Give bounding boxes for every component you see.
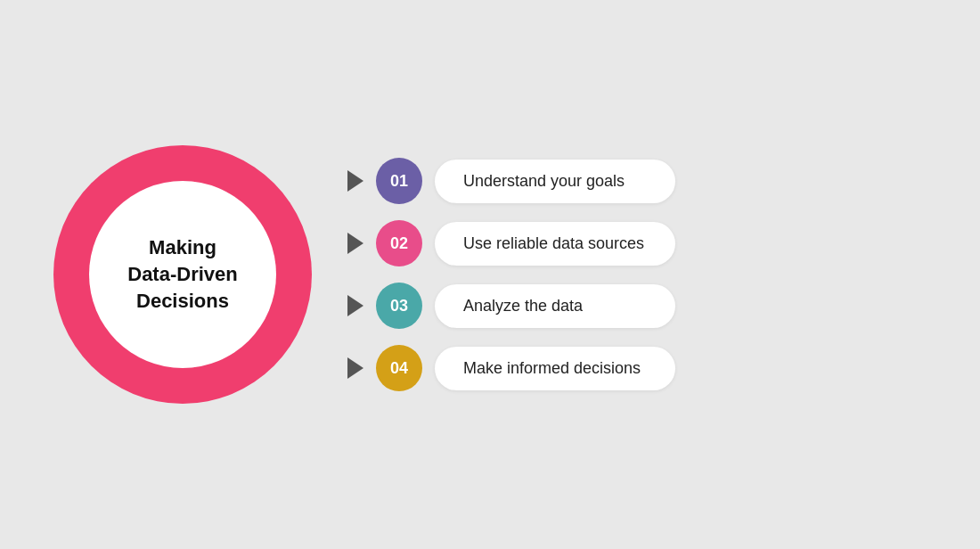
center-circle: Making Data-Driven Decisions <box>53 145 312 404</box>
step-badge-2: 02 <box>376 220 422 266</box>
step-row-1: 01 Understand your goals <box>347 158 927 204</box>
step-row-2: 02 Use reliable data sources <box>347 220 927 266</box>
step-number-1: 01 <box>390 172 408 191</box>
arrow-icon-4 <box>347 357 363 379</box>
outer-ring: Making Data-Driven Decisions <box>53 145 312 404</box>
step-number-2: 02 <box>390 234 408 253</box>
step-label-3: Analyze the data <box>435 284 675 328</box>
arrow-icon-2 <box>347 233 363 254</box>
arrow-icon-3 <box>347 295 363 316</box>
step-number-3: 03 <box>390 297 408 315</box>
main-container: Making Data-Driven Decisions 01 Understa… <box>0 0 980 549</box>
step-row-4: 04 Make informed decisions <box>347 345 927 391</box>
step-badge-3: 03 <box>376 283 422 329</box>
inner-circle: Making Data-Driven Decisions <box>89 181 276 368</box>
step-label-4: Make informed decisions <box>435 347 675 390</box>
step-badge-4: 04 <box>376 345 422 391</box>
steps-list: 01 Understand your goals 02 Use reliable… <box>347 158 927 391</box>
step-label-1: Understand your goals <box>435 160 675 203</box>
step-label-2: Use reliable data sources <box>435 222 675 266</box>
step-badge-1: 01 <box>376 158 422 204</box>
arrow-icon-1 <box>347 170 363 192</box>
step-number-4: 04 <box>390 359 408 378</box>
step-row-3: 03 Analyze the data <box>347 283 927 329</box>
circle-title: Making Data-Driven Decisions <box>127 234 237 314</box>
